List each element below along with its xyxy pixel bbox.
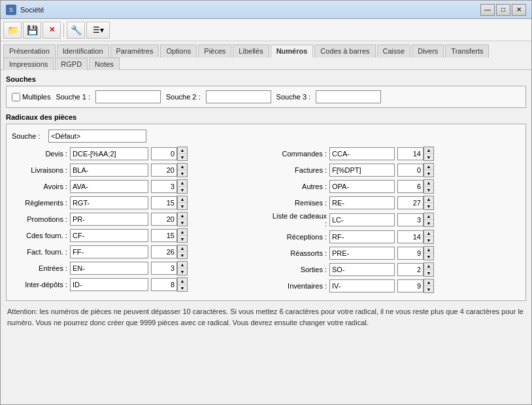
avoirs-value-input[interactable] (70, 180, 148, 193)
factures-up-btn[interactable]: ▲ (424, 164, 433, 170)
factures-num-input[interactable] (397, 164, 424, 177)
reassorts-up-btn[interactable]: ▲ (424, 247, 433, 253)
reassorts-num-input[interactable] (397, 247, 424, 260)
tab-codes-barres[interactable]: Codes à barres (314, 44, 375, 58)
fact-fourn-down-btn[interactable]: ▼ (178, 252, 187, 258)
receptions-num-input[interactable] (397, 230, 424, 243)
souche2-input[interactable] (206, 90, 271, 103)
tab-pieces[interactable]: Pièces (198, 44, 231, 58)
liste-cadeaux-num-input[interactable] (397, 213, 424, 226)
factures-value-input[interactable] (329, 164, 395, 177)
cdes-fourn-up-btn[interactable]: ▲ (178, 229, 187, 236)
toolbar-folder-button[interactable]: 📁 (3, 22, 22, 39)
devis-up-btn[interactable]: ▲ (178, 147, 187, 154)
tab-caisse[interactable]: Caisse (377, 44, 411, 58)
avoirs-down-btn[interactable]: ▼ (178, 186, 187, 193)
minimize-button[interactable]: — (480, 4, 495, 16)
tab-transferts[interactable]: Transferts (445, 44, 489, 58)
souche-dropdown[interactable]: <Défaut> (48, 130, 146, 143)
commandes-num-input[interactable] (397, 147, 424, 160)
receptions-down-btn[interactable]: ▼ (424, 237, 433, 243)
tab-divers[interactable]: Divers (412, 44, 444, 58)
devis-down-btn[interactable]: ▼ (178, 154, 187, 160)
multiples-checkbox[interactable] (12, 93, 20, 101)
toolbar-menu-button[interactable]: ☰▾ (86, 22, 110, 39)
inventaires-down-btn[interactable]: ▼ (424, 286, 433, 292)
fact-fourn-up-btn[interactable]: ▲ (178, 245, 187, 252)
cdes-fourn-num-input[interactable] (151, 229, 177, 242)
autres-value-input[interactable] (329, 180, 395, 193)
remises-down-btn[interactable]: ▼ (424, 203, 433, 209)
liste-cadeaux-up-btn[interactable]: ▲ (424, 213, 433, 220)
devis-num-input[interactable] (151, 147, 177, 160)
remises-num-input[interactable] (397, 196, 424, 209)
inter-depots-value-input[interactable] (70, 278, 148, 291)
promotions-up-btn[interactable]: ▲ (178, 213, 187, 219)
factures-down-btn[interactable]: ▼ (424, 170, 433, 177)
fact-fourn-value-input[interactable] (70, 245, 148, 258)
devis-value-input[interactable] (70, 147, 148, 160)
remises-up-btn[interactable]: ▲ (424, 196, 433, 203)
liste-cadeaux-value-input[interactable] (329, 213, 395, 226)
toolbar-settings-button[interactable]: 🔧 (67, 22, 85, 39)
tab-presentation[interactable]: Présentation (3, 44, 56, 58)
liste-cadeaux-down-btn[interactable]: ▼ (424, 220, 433, 226)
entrees-down-btn[interactable]: ▼ (178, 268, 187, 275)
reassorts-down-btn[interactable]: ▼ (424, 253, 433, 260)
reglements-num-input[interactable] (151, 196, 177, 209)
autres-down-btn[interactable]: ▼ (424, 186, 433, 193)
tab-notes[interactable]: Notes (89, 58, 120, 70)
inventaires-value-input[interactable] (329, 279, 395, 292)
promotions-num-input[interactable] (151, 213, 177, 226)
sorties-up-btn[interactable]: ▲ (424, 263, 433, 270)
remises-value-input[interactable] (329, 196, 395, 209)
cdes-fourn-value-input[interactable] (70, 229, 148, 242)
inter-depots-up-btn[interactable]: ▲ (178, 278, 187, 285)
livraisons-down-btn[interactable]: ▼ (178, 170, 187, 177)
livraisons-value-input[interactable] (70, 164, 148, 177)
inventaires-num-input[interactable] (397, 279, 424, 292)
sorties-down-btn[interactable]: ▼ (424, 270, 433, 276)
reglements-value-input[interactable] (70, 196, 148, 209)
reassorts-value-input[interactable] (329, 247, 395, 260)
tab-libelles[interactable]: Libellés (233, 44, 269, 58)
entrees-value-input[interactable] (70, 262, 148, 275)
avoirs-up-btn[interactable]: ▲ (178, 180, 187, 186)
tab-impressions[interactable]: Impressions (3, 58, 54, 70)
commandes-down-btn[interactable]: ▼ (424, 154, 433, 160)
inter-depots-num-input[interactable] (151, 278, 177, 291)
commandes-up-btn[interactable]: ▲ (424, 147, 433, 154)
close-button[interactable]: ✕ (512, 4, 526, 16)
reglements-down-btn[interactable]: ▼ (178, 203, 187, 209)
livraisons-up-btn[interactable]: ▲ (178, 164, 187, 170)
inter-depots-down-btn[interactable]: ▼ (178, 285, 187, 291)
entrees-num-input[interactable] (151, 262, 177, 275)
cdes-fourn-down-btn[interactable]: ▼ (178, 236, 187, 242)
toolbar-close-button[interactable]: ✕ (42, 22, 61, 39)
receptions-value-input[interactable] (329, 230, 395, 243)
livraisons-num-input[interactable] (151, 164, 177, 177)
toolbar-save-button[interactable]: 💾 (23, 22, 41, 39)
tab-rgpd[interactable]: RGPD (55, 58, 88, 70)
tab-parametres[interactable]: Paramètres (110, 44, 159, 58)
souche1-input[interactable] (95, 90, 161, 103)
autres-num-input[interactable] (397, 180, 424, 193)
autres-up-btn[interactable]: ▲ (424, 180, 433, 186)
souche3-input[interactable] (316, 90, 381, 103)
maximize-button[interactable]: □ (496, 4, 510, 16)
receptions-up-btn[interactable]: ▲ (424, 230, 433, 237)
entrees-up-btn[interactable]: ▲ (178, 262, 187, 268)
tab-options[interactable]: Options (160, 44, 197, 58)
sorties-num-input[interactable] (397, 263, 424, 276)
inventaires-up-btn[interactable]: ▲ (424, 279, 433, 286)
fact-fourn-num-input[interactable] (151, 245, 177, 258)
tab-identification[interactable]: Identification (57, 44, 109, 58)
tab-numeros[interactable]: Numéros (271, 44, 314, 58)
commandes-value-input[interactable] (329, 147, 395, 160)
sorties-value-input[interactable] (329, 263, 395, 276)
promotions-value-input[interactable] (70, 213, 148, 226)
avoirs-num-input[interactable] (151, 180, 177, 193)
field-row-inter-depots: Inter-dépôts : ▲ ▼ (12, 277, 261, 292)
promotions-down-btn[interactable]: ▼ (178, 219, 187, 226)
reglements-up-btn[interactable]: ▲ (178, 196, 187, 203)
